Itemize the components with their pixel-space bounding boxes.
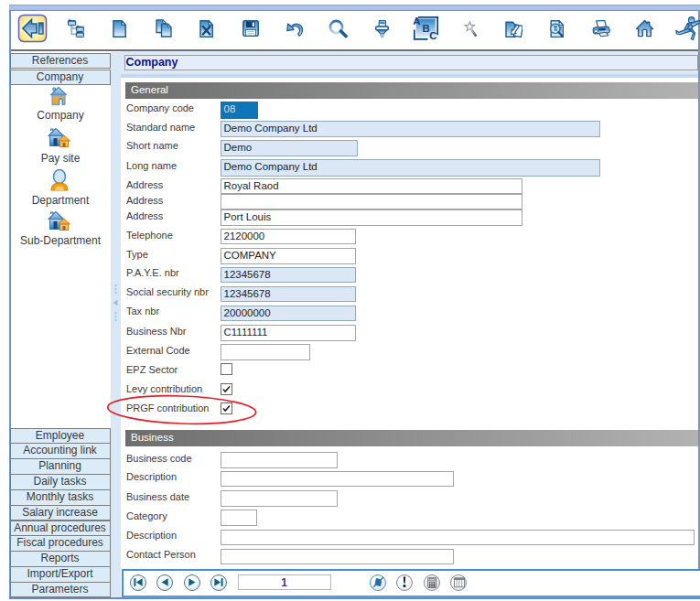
svg-text:C: C <box>429 30 436 40</box>
svg-text:A: A <box>414 16 421 27</box>
